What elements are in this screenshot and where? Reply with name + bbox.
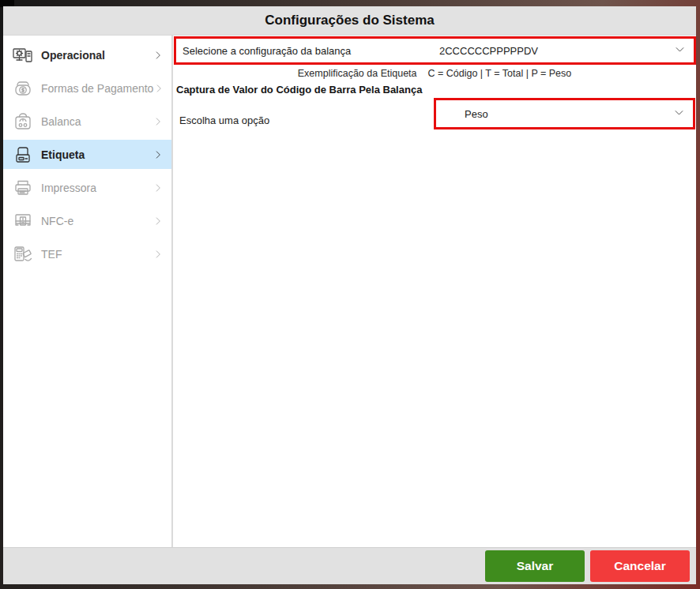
chevron-right-icon bbox=[152, 116, 164, 127]
balance-config-label: Selecione a configuração da balança bbox=[183, 45, 351, 57]
settings-window: Configurações do Sistema bbox=[3, 6, 696, 584]
window-titlebar: Configurações do Sistema bbox=[3, 6, 696, 36]
sidebar-item-label: Etiqueta bbox=[41, 148, 152, 161]
chevron-down-icon bbox=[673, 107, 685, 121]
chevron-right-icon bbox=[152, 149, 164, 160]
option-row: Escolha uma opção Peso bbox=[173, 96, 696, 140]
payment-icon bbox=[11, 77, 35, 99]
chevron-right-icon bbox=[152, 249, 164, 260]
sidebar-item-etiqueta[interactable]: Etiqueta bbox=[3, 140, 171, 169]
sidebar-item-formas-de-pagamento[interactable]: Formas de Pagamento bbox=[3, 73, 171, 103]
capture-heading: Captura de Valor do Código de Barra Pela… bbox=[176, 84, 696, 96]
sidebar-item-label: TEF bbox=[41, 248, 152, 261]
label-printer-icon bbox=[11, 144, 35, 166]
sidebar-item-label: Balanca bbox=[41, 115, 152, 128]
printer-icon bbox=[11, 177, 35, 199]
save-button[interactable]: Salvar bbox=[485, 550, 585, 582]
window-title: Configurações do Sistema bbox=[265, 13, 434, 28]
label-example-line: Exemplificação da Etiqueta C = Código | … bbox=[173, 68, 696, 79]
sidebar-item-balanca[interactable]: Balanca bbox=[3, 107, 171, 136]
option-value: Peso bbox=[465, 108, 488, 120]
chevron-right-icon bbox=[152, 50, 164, 61]
fiscal-printer-icon bbox=[11, 210, 35, 232]
sidebar: Operacional Formas de Pagame bbox=[3, 36, 173, 547]
cancel-button[interactable]: Cancelar bbox=[590, 550, 690, 582]
desktop-background: Configurações do Sistema bbox=[0, 0, 700, 589]
sidebar-item-nfc-e[interactable]: NFC-e bbox=[3, 206, 171, 235]
operational-icon bbox=[11, 44, 35, 66]
content-panel: Selecione a configuração da balança 2CCC… bbox=[173, 36, 696, 547]
sidebar-item-impressora[interactable]: Impressora bbox=[3, 173, 171, 202]
label-example-caption: Exemplificação da Etiqueta bbox=[298, 68, 417, 79]
chevron-right-icon bbox=[152, 216, 164, 227]
sidebar-item-label: NFC-e bbox=[41, 215, 152, 227]
label-example-legend: C = Código | T = Total | P = Peso bbox=[428, 68, 572, 79]
scale-icon bbox=[11, 111, 35, 133]
sidebar-item-label: Impressora bbox=[41, 182, 152, 194]
chevron-right-icon bbox=[152, 182, 164, 193]
chevron-down-icon bbox=[674, 43, 686, 58]
chevron-right-icon bbox=[153, 83, 164, 94]
sidebar-item-operacional[interactable]: Operacional bbox=[3, 40, 171, 69]
option-dropdown[interactable]: Peso bbox=[434, 98, 695, 129]
balance-config-value: 2CCCCCCPPPPPDV bbox=[439, 45, 538, 57]
balance-config-dropdown[interactable]: Selecione a configuração da balança 2CCC… bbox=[174, 36, 696, 65]
footer-bar: Salvar Cancelar bbox=[3, 547, 696, 584]
sidebar-item-label: Operacional bbox=[41, 49, 152, 62]
option-label: Escolha uma opção bbox=[179, 114, 269, 126]
sidebar-item-label: Formas de Pagamento bbox=[41, 82, 153, 95]
card-terminal-icon bbox=[11, 243, 35, 265]
sidebar-item-tef[interactable]: TEF bbox=[3, 239, 171, 268]
